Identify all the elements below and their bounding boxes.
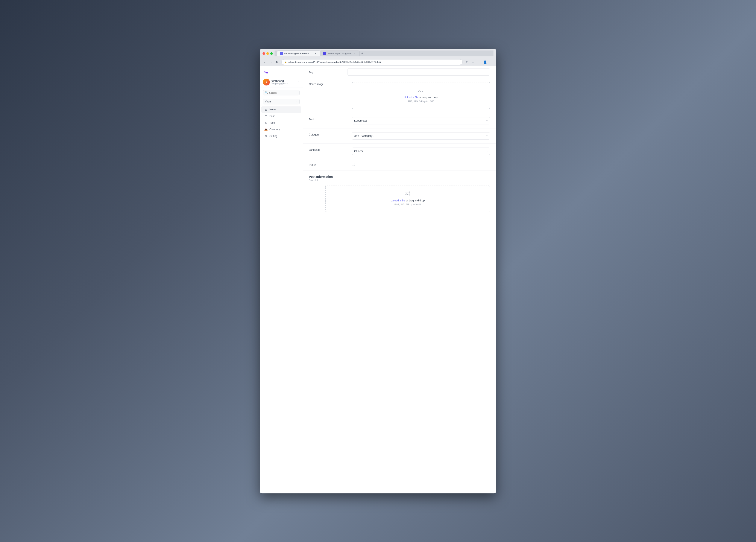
app-logo-icon	[263, 69, 269, 73]
maximize-button[interactable]	[270, 52, 273, 55]
sidebar-item-post-label: Post	[269, 115, 275, 118]
tab-close-home[interactable]: ✕	[353, 52, 356, 55]
search-icon: 🔍	[265, 91, 268, 94]
category-chevron-icon: ∨	[486, 135, 488, 137]
post-info-upload-area[interactable]: + Upload a file or drag and drop PNG, JP…	[325, 185, 490, 212]
workspace-selector[interactable]: Yiran ⌃	[263, 99, 300, 104]
cover-image-hint: PNG, JPG, GIF up to 10MB	[408, 100, 434, 103]
sidebar-item-home[interactable]: ⌂ Home	[261, 106, 301, 113]
tab-favicon-home	[323, 52, 326, 55]
post-upload-link[interactable]: Upload a file	[391, 199, 405, 202]
home-icon: ⌂	[264, 108, 268, 111]
workspace-name: Yiran	[265, 100, 271, 103]
category-icon: 📥	[264, 128, 268, 131]
tag-row: Tag	[303, 66, 496, 78]
topic-chevron-icon: ∨	[486, 120, 488, 122]
public-field	[352, 163, 490, 166]
upload-file-link[interactable]: Upload a file	[404, 96, 418, 99]
tab-close-admin[interactable]: ✕	[314, 52, 317, 55]
star-icon[interactable]: ☆	[470, 59, 475, 65]
post-information-title: Post Information	[309, 175, 490, 178]
category-row: Category 想法（Category） ∨	[303, 128, 496, 144]
language-label: Language	[309, 147, 348, 151]
sidebar-nav: ⌂ Home ☰ Post 🏷 Topic 📥 Category ⚙ S	[260, 106, 303, 139]
post-upload-text: Upload a file or drag and drop	[391, 199, 425, 202]
post-info-upload-label	[309, 185, 322, 212]
tab-bar: admin.blog.evrane.com/Post/C... ✕ Home p…	[275, 50, 493, 56]
sidebar-item-post[interactable]: ☰ Post	[261, 113, 301, 119]
sidebar-item-topic[interactable]: 🏷 Topic	[261, 120, 301, 126]
app-content: Y yiran.feng fangyira@gmail.c... ⌃ 🔍 Yir…	[260, 66, 496, 493]
sidebar-item-home-label: Home	[269, 108, 276, 111]
tab-home[interactable]: Home page - Blog.Web ✕	[320, 50, 360, 56]
cover-image-upload-area[interactable]: + Upload a file or drag and drop PNG, JP…	[352, 82, 490, 109]
cover-image-row: Cover Image +	[303, 78, 496, 113]
language-select[interactable]: Chinese ∨	[352, 147, 490, 155]
svg-text:+: +	[422, 88, 424, 90]
post-information-section: Post Information Basic Info	[303, 171, 496, 183]
menu-icon[interactable]: ⋮	[488, 59, 493, 65]
tag-label: Tag	[309, 70, 348, 74]
browser-chrome: admin.blog.evrane.com/Post/C... ✕ Home p…	[260, 49, 496, 66]
url-input[interactable]: 🔒 admin.blog.evrane.com/Post/Create?doma…	[281, 59, 463, 65]
sidebar-icon[interactable]: ▭	[476, 59, 481, 65]
topic-select[interactable]: Kubernetes ∨	[352, 117, 490, 124]
sidebar-item-setting[interactable]: ⚙ Setting	[261, 133, 301, 139]
url-text: admin.blog.evrane.com/Post/Create?domain…	[288, 61, 381, 63]
workspace-chevron-icon: ⌃	[296, 100, 298, 103]
tag-input[interactable]	[348, 68, 490, 76]
sidebar: Y yiran.feng fangyira@gmail.c... ⌃ 🔍 Yir…	[260, 66, 303, 493]
traffic-lights	[263, 52, 273, 55]
category-select[interactable]: 想法（Category） ∨	[352, 132, 490, 139]
topic-field: Kubernetes ∨	[352, 117, 490, 124]
profile-icon[interactable]: 👤	[482, 59, 487, 65]
language-row: Language Chinese ∨	[303, 144, 496, 159]
nav-buttons: ← → ↻	[263, 59, 280, 65]
user-name: yiran.feng	[272, 79, 296, 82]
tab-label-admin: admin.blog.evrane.com/Post/C...	[284, 52, 313, 55]
lock-icon: 🔒	[284, 61, 287, 63]
sidebar-item-category[interactable]: 📥 Category	[261, 126, 301, 133]
address-bar: ← → ↻ 🔒 admin.blog.evrane.com/Post/Creat…	[260, 58, 496, 66]
post-upload-icon: +	[405, 191, 411, 198]
forward-button[interactable]: →	[269, 59, 274, 65]
search-box[interactable]: 🔍	[263, 90, 300, 95]
cover-image-field: + Upload a file or drag and drop PNG, JP…	[352, 82, 490, 109]
browser-toolbar-right: ⬆ ☆ ▭ 👤 ⋮	[464, 59, 493, 65]
language-value: Chinese	[354, 150, 364, 153]
post-icon: ☰	[264, 114, 268, 118]
form-container: Tag Cover Image +	[303, 66, 496, 216]
back-button[interactable]: ←	[263, 59, 268, 65]
user-info[interactable]: Y yiran.feng fangyira@gmail.c... ⌃	[260, 77, 303, 87]
svg-text:+: +	[409, 191, 410, 193]
cover-image-label: Cover Image	[309, 82, 348, 86]
user-chevron-icon[interactable]: ⌃	[298, 80, 300, 83]
public-checkbox[interactable]	[352, 163, 355, 166]
user-email: fangyira@gmail.c...	[272, 82, 296, 85]
minimize-button[interactable]	[266, 52, 269, 55]
close-button[interactable]	[263, 52, 265, 55]
language-chevron-icon: ∨	[486, 150, 488, 152]
sidebar-item-topic-label: Topic	[269, 121, 275, 124]
post-information-subtitle: Basic Info	[309, 179, 490, 181]
reload-button[interactable]: ↻	[275, 59, 280, 65]
tab-favicon-admin	[280, 52, 283, 55]
category-field: 想法（Category） ∨	[352, 132, 490, 139]
share-icon[interactable]: ⬆	[464, 59, 469, 65]
setting-icon: ⚙	[264, 134, 268, 138]
post-upload-hint: PNG, JPG, GIF up to 10MB	[395, 203, 421, 206]
upload-image-icon: +	[418, 88, 424, 95]
new-tab-button[interactable]: +	[360, 51, 365, 56]
category-label: Category	[309, 132, 348, 136]
topic-row: Topic Kubernetes ∨	[303, 113, 496, 128]
post-info-upload-row: + Upload a file or drag and drop PNG, JP…	[303, 183, 496, 216]
search-input[interactable]	[269, 91, 298, 94]
cover-image-upload-text: Upload a file or drag and drop	[404, 96, 438, 99]
tab-admin[interactable]: admin.blog.evrane.com/Post/C... ✕	[277, 50, 320, 56]
user-details: yiran.feng fangyira@gmail.c...	[272, 79, 296, 85]
avatar: Y	[263, 79, 270, 85]
topic-icon: 🏷	[264, 121, 268, 124]
sidebar-item-category-label: Category	[269, 128, 280, 131]
language-field: Chinese ∨	[352, 147, 490, 155]
public-row: Public	[303, 159, 496, 171]
